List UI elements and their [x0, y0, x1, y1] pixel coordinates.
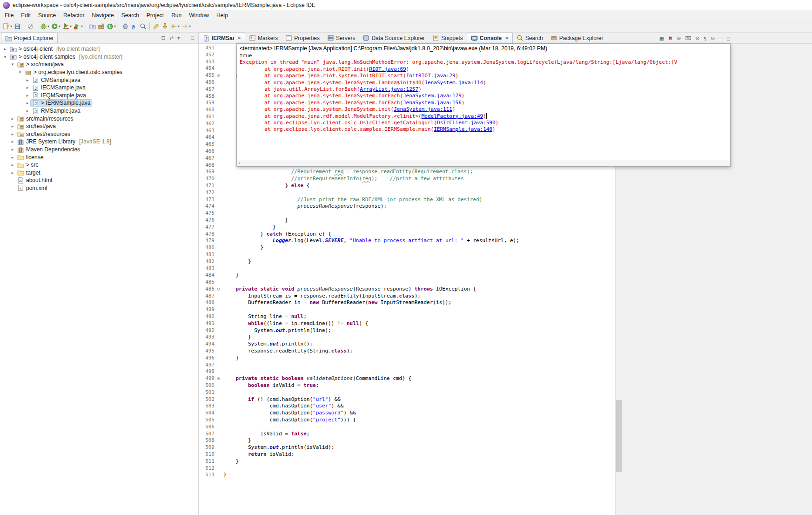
dropdown-arrow-icon[interactable]: ▾	[178, 24, 180, 28]
link-with-editor-icon[interactable]: ⇄	[169, 35, 174, 41]
chevron-expanded-icon[interactable]: ▾	[2, 54, 8, 59]
stack-trace-link[interactable]: JenaSystem.java:179	[403, 93, 462, 99]
minimize-icon[interactable]: ─	[719, 36, 723, 41]
tree-item[interactable]: ▾> src/main/java	[0, 61, 198, 68]
chevron-collapsed-icon[interactable]: ▸	[24, 101, 31, 105]
menu-source[interactable]: Source	[34, 11, 60, 20]
tree-item[interactable]: ▾M> oslc4j-client-samples[lyo.client mas…	[0, 53, 198, 61]
tab-properties[interactable]: Properties	[282, 33, 323, 43]
stack-trace-link[interactable]: RIOT.java:69	[369, 66, 406, 72]
search-button[interactable]	[139, 21, 148, 31]
console-output[interactable]: trueException in thread "main" java.lang…	[237, 53, 730, 133]
scrollbar-thumb[interactable]	[616, 400, 622, 472]
scroll-left-arrow-icon[interactable]: ‹	[239, 160, 240, 165]
tab-project-explorer[interactable]: Project Explorer	[1, 33, 58, 43]
chevron-collapsed-icon[interactable]: ▸	[9, 163, 16, 167]
dropdown-arrow-icon[interactable]: ▾	[47, 24, 49, 28]
tree-item[interactable]: ▸target	[0, 169, 198, 177]
maximize-icon[interactable]: □	[727, 36, 730, 41]
chevron-collapsed-icon[interactable]: ▸	[2, 47, 8, 51]
tab-markers[interactable]: Markers	[245, 33, 282, 43]
run-button[interactable]: ▾	[50, 21, 61, 31]
tab-package-explorer[interactable]: Package Explorer	[547, 33, 607, 43]
view-menu-icon[interactable]: ▾	[177, 35, 180, 41]
jar-button[interactable]	[121, 21, 130, 31]
tree-item[interactable]: xpom.xml	[0, 184, 198, 192]
stack-trace-link[interactable]: OslcClient.java:590	[437, 120, 496, 126]
maximize-icon[interactable]: □	[191, 35, 194, 41]
dropdown-arrow-icon[interactable]: ▾	[10, 24, 12, 28]
console-hscrollbar[interactable]: ‹	[237, 160, 730, 166]
clear-console-icon[interactable]: ⌧	[685, 35, 691, 41]
menu-refactor[interactable]: Refactor	[60, 11, 88, 20]
stack-trace-link[interactable]: ModelFactory.java:49	[422, 113, 483, 119]
menu-edit[interactable]: Edit	[17, 11, 34, 20]
new-package-button[interactable]	[97, 21, 106, 31]
tree-item[interactable]: ▸Maven Dependencies	[0, 146, 198, 154]
minimize-icon[interactable]: ─	[184, 35, 188, 41]
stack-trace-link[interactable]: InitRIOT.java:29	[406, 73, 456, 79]
tab-snippets[interactable]: Snippets	[429, 33, 467, 43]
stack-trace-link[interactable]: JenaSystem.java:156	[403, 100, 462, 106]
new-wizard-button[interactable]: ▾	[2, 21, 13, 31]
stack-trace-link[interactable]: IERMSample.java:140	[434, 126, 492, 132]
tree-item[interactable]: ▾> org.eclipse.lyo.client.oslc.samples	[0, 68, 198, 76]
save-button[interactable]	[13, 21, 22, 31]
menu-search[interactable]: Search	[118, 11, 143, 20]
tree-item[interactable]: ▸JRMSample.java	[0, 107, 198, 115]
chevron-collapsed-icon[interactable]: ▸	[9, 132, 16, 136]
tree-item[interactable]: ▸JCMSample.java	[0, 76, 198, 84]
tab-servers[interactable]: Servers	[323, 33, 359, 43]
tab-editor-iermsample[interactable]: J IERMSample.java ✕	[199, 33, 245, 43]
collapse-all-icon[interactable]: ⊟	[161, 35, 166, 41]
tree-item[interactable]: ▸license	[0, 153, 198, 161]
stack-trace-link[interactable]: JenaSystem.java:114	[424, 80, 483, 86]
new-java-project-button[interactable]: J	[88, 21, 97, 31]
tree-item[interactable]: ▸src/main/resources	[0, 115, 198, 122]
coverage-button[interactable]: ▾	[61, 21, 73, 31]
chevron-collapsed-icon[interactable]: ▸	[24, 108, 31, 113]
open-console-icon[interactable]: ▦	[659, 35, 664, 41]
stack-trace-link[interactable]: JenaSystem.java:111	[394, 106, 452, 112]
chevron-collapsed-icon[interactable]: ▸	[9, 124, 16, 129]
chevron-expanded-icon[interactable]: ▾	[9, 62, 16, 67]
tab-console[interactable]: Console✕	[467, 33, 513, 43]
word-wrap-icon[interactable]: ¶	[704, 36, 706, 41]
tree-item[interactable]: ▸J> IERMSample.java	[0, 99, 198, 107]
chevron-collapsed-icon[interactable]: ▸	[9, 170, 16, 175]
back-button[interactable]: ▾	[169, 21, 181, 31]
menu-project[interactable]: Project	[143, 11, 168, 20]
dropdown-arrow-icon[interactable]: ▾	[59, 24, 60, 28]
fold-marker-icon[interactable]: ⊖	[215, 286, 221, 293]
chevron-collapsed-icon[interactable]: ▸	[24, 85, 31, 90]
fold-marker-icon[interactable]: ⊖	[215, 375, 221, 382]
javadoc-button[interactable]: @	[130, 21, 139, 31]
tree-item[interactable]: ▸src/test/java	[0, 122, 198, 130]
chevron-expanded-icon[interactable]: ▾	[17, 70, 23, 75]
new-class-button[interactable]: C▾	[106, 21, 117, 31]
remove-all-launches-icon[interactable]: ⊗	[677, 35, 681, 41]
pin-console-icon[interactable]: ⊙	[711, 35, 715, 41]
tree-item[interactable]: ▸src/test/resources	[0, 130, 198, 138]
dropdown-arrow-icon[interactable]: ▾	[70, 24, 72, 28]
chevron-collapsed-icon[interactable]: ▸	[9, 116, 16, 121]
menu-help[interactable]: Help	[213, 11, 232, 20]
tree-item[interactable]: ▸M> oslc4j-client[lyo.client master]	[0, 45, 198, 53]
external-tools-button[interactable]: ▾	[73, 21, 84, 31]
tree-item[interactable]: ▸> src	[0, 161, 198, 169]
chevron-collapsed-icon[interactable]: ▸	[24, 78, 31, 82]
menu-file[interactable]: File	[1, 11, 17, 20]
chevron-collapsed-icon[interactable]: ▸	[9, 155, 16, 160]
debug-button[interactable]: ▾	[39, 21, 50, 31]
dropdown-arrow-icon[interactable]: ▾	[114, 24, 116, 28]
scroll-lock-icon[interactable]: ⊘	[695, 35, 699, 41]
stack-trace-link[interactable]: ArrayList.java:1257	[360, 86, 418, 92]
menu-window[interactable]: Window	[185, 11, 213, 20]
chevron-collapsed-icon[interactable]: ▸	[9, 147, 16, 152]
menu-navigate[interactable]: Navigate	[88, 11, 117, 20]
forward-button[interactable]: ▾	[181, 21, 192, 31]
remove-launch-icon[interactable]: ✖	[668, 35, 672, 41]
last-edit-location-button[interactable]	[161, 21, 169, 31]
tree-item[interactable]: ▸JIECMSample.java	[0, 84, 198, 92]
skip-breakpoints-button[interactable]	[26, 21, 35, 31]
